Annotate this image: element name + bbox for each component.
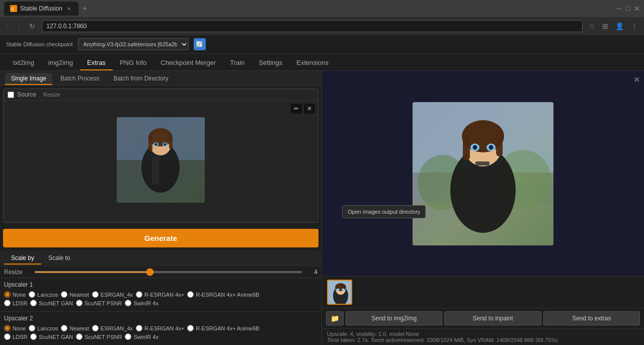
scale-by-tab[interactable]: Scale by: [4, 252, 41, 265]
content-area: Single Image Batch Process Batch from Di…: [0, 71, 644, 345]
status-line1: Upscale: 4, visibility: 1.0, model:None: [327, 331, 639, 337]
sub-tab-batch-process[interactable]: Batch Process: [54, 73, 105, 85]
refresh-btn[interactable]: ↻: [27, 21, 38, 31]
upscaler2-esrgan4x[interactable]: ESRGAN_4x: [92, 325, 133, 331]
output-image-area: [324, 73, 642, 274]
resize-label: Resize: [43, 92, 60, 98]
svg-point-29: [473, 145, 477, 149]
browser-chrome: S Stable Diffusion ✕ + ─ □ ✕ ‹ › ↻ 127.0…: [0, 0, 644, 35]
upscaler2-lanczos[interactable]: Lanczos: [29, 325, 58, 331]
svg-point-38: [342, 289, 345, 291]
sub-tabs: Single Image Batch Process Batch from Di…: [0, 71, 321, 85]
refresh-checkpoint-btn[interactable]: 🔄: [194, 38, 206, 50]
send-to-img2img-btn[interactable]: Send to img2img: [346, 311, 442, 325]
tab-img2img[interactable]: img2img: [41, 56, 80, 70]
close-window-icon[interactable]: ✕: [634, 5, 640, 13]
resize-value: 4: [307, 269, 317, 276]
browser-nav: ‹ › ↻ 127.0.0.1:7860 ☆ ⊞ 👤 ⋮: [0, 17, 644, 35]
svg-point-14: [164, 143, 167, 145]
upscaler1-section: Upscaler 1 None Lanczos Nearest ESRGAN_4…: [0, 278, 321, 311]
upscaler2-nearest[interactable]: Nearest: [61, 325, 89, 331]
output-image: [413, 102, 553, 245]
tab-txt2img[interactable]: txt2img: [6, 56, 41, 70]
upscaler1-options-row1: None Lanczos Nearest ESRGAN_4x R-ESRGAN …: [4, 291, 317, 298]
tab-extensions[interactable]: Extensions: [289, 56, 336, 70]
source-label: Source: [17, 91, 36, 98]
checkpoint-label: Stable Diffusion checkpoint: [6, 41, 73, 47]
profile-icon[interactable]: 👤: [613, 21, 626, 31]
tab-bar: S Stable Diffusion ✕ +: [4, 2, 90, 16]
address-bar[interactable]: 127.0.0.1:7860: [42, 20, 583, 32]
svg-point-30: [489, 145, 494, 149]
status-bar: Upscale: 4, visibility: 1.0, model:None …: [322, 328, 644, 345]
restore-icon[interactable]: □: [626, 5, 630, 13]
tab-checkpoint-merger[interactable]: Checkpoint Merger: [153, 56, 223, 70]
minimize-icon[interactable]: ─: [617, 5, 622, 13]
scale-to-tab[interactable]: Scale to: [41, 252, 77, 265]
upscaler1-lanczos[interactable]: Lanczos: [29, 291, 58, 298]
extensions-icon[interactable]: ⊞: [600, 21, 610, 31]
upscaler1-title: Upscaler 1: [4, 281, 317, 288]
sub-tab-single-image[interactable]: Single Image: [5, 73, 52, 85]
checkpoint-select[interactable]: Anything-V3-fp32.safetensors [625a2ba2]: [78, 38, 189, 50]
tab-favicon-icon: S: [10, 5, 17, 12]
clear-image-btn[interactable]: ✕: [304, 104, 315, 114]
image-upload-area[interactable]: Source Resize: [3, 89, 318, 223]
close-output-panel-btn[interactable]: ✕: [633, 75, 640, 84]
upscaler1-resrgan4x[interactable]: R-ESRGAN 4x+: [136, 291, 184, 298]
upscaler2-resrgan4x[interactable]: R-ESRGAN 4x+: [136, 325, 184, 331]
tab-train[interactable]: Train: [223, 56, 252, 70]
upscaler1-resrgan4x-anime6b[interactable]: R-ESRGAN 4x+ Anime6B: [187, 291, 259, 298]
edit-image-btn[interactable]: ✏: [291, 104, 302, 114]
generate-button[interactable]: Generate: [3, 229, 318, 247]
image-area-header: Source Resize: [4, 89, 318, 101]
upscaler1-esrgan4x[interactable]: ESRGAN_4x: [92, 291, 133, 298]
send-to-extras-btn[interactable]: Send to extras: [543, 311, 640, 325]
upscaler2-ldsr[interactable]: LDSR: [4, 333, 27, 340]
upscaler2-resrgan4x-anime6b[interactable]: R-ESRGAN 4x+ Anime6B: [187, 325, 259, 331]
upscaler1-scunet-psnr[interactable]: ScuNET PSNR: [76, 300, 122, 306]
upscaler2-options-row2: LDSR ScuNET GAN ScuNET PSNR SwinIR 4x: [4, 333, 317, 340]
send-to-inpaint-btn[interactable]: Send to inpaint: [444, 311, 541, 325]
upscaler1-ldsr[interactable]: LDSR: [4, 300, 27, 306]
svg-rect-15: [152, 156, 159, 184]
image-container: ✏ ✕: [4, 101, 318, 219]
thumbnail-item[interactable]: [327, 280, 352, 305]
upscaler2-title: Upscaler 2: [4, 315, 317, 322]
upscaler1-swinir4x[interactable]: SwinIR 4x: [125, 300, 158, 306]
right-panel: ✕: [322, 71, 644, 345]
source-checkbox[interactable]: [8, 92, 14, 98]
resize-slider[interactable]: [34, 271, 302, 273]
svg-rect-31: [475, 161, 490, 165]
upscaler1-scunet-gan[interactable]: ScuNET GAN: [30, 300, 73, 306]
upscaler2-swinir4x[interactable]: SwinIR 4x: [125, 333, 158, 340]
new-tab-button[interactable]: +: [79, 3, 90, 14]
upscaler1-none[interactable]: None: [4, 291, 26, 298]
thumbnail-strip: [322, 276, 644, 308]
svg-point-13: [155, 143, 157, 145]
tab-settings[interactable]: Settings: [252, 56, 289, 70]
tab-png-info[interactable]: PNG Info: [113, 56, 153, 70]
tab-extras[interactable]: Extras: [80, 56, 113, 70]
browser-tab-active[interactable]: S Stable Diffusion ✕: [4, 2, 78, 16]
forward-btn[interactable]: ›: [16, 21, 23, 31]
open-output-folder-btn[interactable]: 📁: [326, 311, 344, 325]
svg-rect-26: [496, 134, 503, 156]
upscaler2-scunet-psnr[interactable]: ScuNET PSNR: [76, 333, 122, 340]
upscaler1-nearest[interactable]: Nearest: [61, 291, 89, 298]
app-body: Stable Diffusion checkpoint Anything-V3-…: [0, 35, 644, 345]
menu-icon[interactable]: ⋮: [629, 21, 640, 31]
tab-close-btn[interactable]: ✕: [65, 6, 72, 12]
resize-row: Resize 4: [0, 267, 321, 278]
back-btn[interactable]: ‹: [4, 21, 12, 31]
nav-icons: ☆ ⊞ 👤 ⋮: [587, 21, 640, 31]
left-panel: Single Image Batch Process Batch from Di…: [0, 71, 322, 345]
resize-label-text: Resize: [4, 269, 29, 276]
upscaler2-none[interactable]: None: [4, 325, 26, 331]
status-line2: Time taken: 2.7s. Torch active/reserved:…: [327, 337, 639, 343]
action-buttons-row: 📁 Send to img2img Send to inpaint Send t…: [322, 308, 644, 328]
bookmark-star-icon[interactable]: ☆: [587, 21, 597, 31]
sub-tab-batch-from-directory[interactable]: Batch from Directory: [107, 73, 174, 85]
upscaler2-scunet-gan[interactable]: ScuNET GAN: [30, 333, 73, 340]
svg-rect-32: [475, 167, 486, 215]
